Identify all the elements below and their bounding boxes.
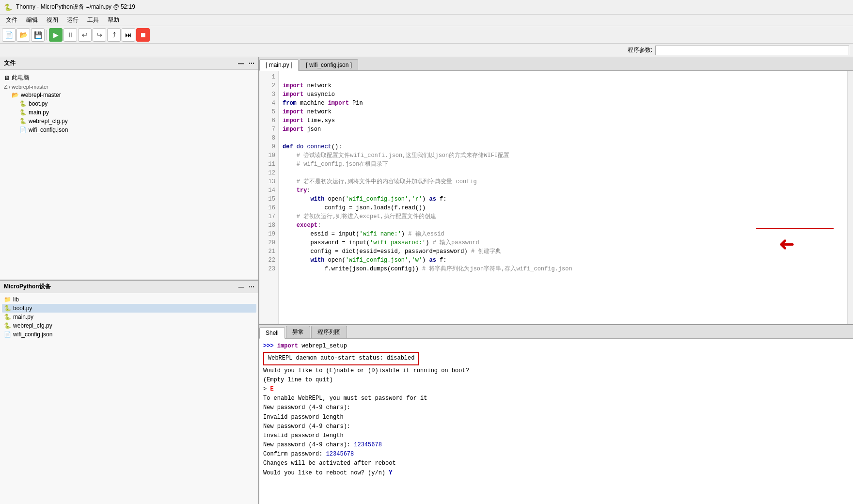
files-path: Z:\ webrepl-master <box>2 83 256 91</box>
toolbar-resume[interactable]: ⏭ <box>122 28 135 42</box>
editor-scrollbar[interactable] <box>847 71 853 324</box>
files-items: 🐍 boot.py 🐍 main.py 🐍 webrepl_cfg.py <box>17 99 256 134</box>
toolbar-run[interactable]: ▶ <box>49 28 63 42</box>
shell-password-1: 12345678 <box>354 441 382 448</box>
device-content: 📁 lib 🐍 boot.py 🐍 main.py 🐍 webrepl_cfg.… <box>0 293 258 504</box>
shell-highlight-box: WebREPL daemon auto-start status: disabl… <box>263 352 419 365</box>
files-header-icons: — ⋯ <box>238 60 254 67</box>
shell-answer-y: Y <box>389 470 392 476</box>
editor-tabs: [ main.py ] [ wifi_config.json ] <box>259 57 853 71</box>
toolbar-step-out[interactable]: ⤴ <box>107 28 121 42</box>
shell-line-2: (Empty line to quit) <box>263 377 333 383</box>
menu-file[interactable]: 文件 <box>2 15 21 25</box>
device-header: MicroPython设备 — ⋯ <box>0 281 258 293</box>
tab-program-map[interactable]: 程序列图 <box>311 326 347 338</box>
tab-wifi-config[interactable]: [ wifi_config.json ] <box>300 59 358 70</box>
shell-line-9: New password (4-9 chars): 12345678 <box>263 441 382 448</box>
tab-exception[interactable]: 异常 <box>286 326 310 338</box>
params-label: 程序参数: <box>628 46 652 54</box>
toolbar-stop[interactable]: ⏹ <box>136 28 150 42</box>
title-bar-text: Thonny - MicroPython设备 =/main.py @ 52:19 <box>16 3 135 11</box>
title-bar: 🐍 Thonny - MicroPython设备 =/main.py @ 52:… <box>0 0 853 15</box>
collapse-icon[interactable]: — <box>238 60 244 67</box>
file-tree-root: 🖥 此电脑 Z:\ webrepl-master 📂 webrepl-maste… <box>2 72 256 135</box>
toolbar-new[interactable]: 📄 <box>2 28 16 42</box>
device-section: MicroPython设备 — ⋯ 📁 lib 🐍 boot.py 🐍 main <box>0 281 258 504</box>
title-bar-icon: 🐍 <box>4 3 12 11</box>
shell-import-keyword: import <box>277 343 298 349</box>
shell-line-5: New password (4-9 chars): <box>263 404 350 411</box>
shell-line-1: Would you like to (E)nable or (D)isable … <box>263 367 469 374</box>
device-title: MicroPython设备 <box>4 283 51 291</box>
shell-prompt-line: >>> import webrepl_setup <box>263 342 849 351</box>
right-panel: [ main.py ] [ wifi_config.json ] 1234567… <box>259 57 853 504</box>
shell-line-7: New password (4-9 chars): <box>263 423 350 430</box>
more-icon[interactable]: ⋯ <box>249 60 254 67</box>
device-boot[interactable]: 🐍 boot.py <box>2 304 256 313</box>
json-icon: 📄 <box>4 331 11 338</box>
device-wifi-config[interactable]: 📄 wifi_config.json <box>2 330 256 339</box>
menu-view[interactable]: 视图 <box>43 15 62 25</box>
device-main[interactable]: 🐍 main.py <box>2 313 256 321</box>
shell-content: >>> import webrepl_setup WebREPL daemon … <box>259 339 853 504</box>
shell-line-11: Changes will be activated after reboot <box>263 460 396 467</box>
menu-edit[interactable]: 编辑 <box>22 15 42 25</box>
toolbar: 📄 📂 💾 ▶ ⏸ ↩ ↪ ⤴ ⏭ ⏹ <box>0 26 853 44</box>
json-icon: 📄 <box>19 126 27 133</box>
code-editor[interactable]: import network import uasyncio from mach… <box>279 71 847 324</box>
editor-area: 1234567891011121314151617181920212223 im… <box>259 71 853 325</box>
shell-line-3: > E <box>263 386 274 393</box>
shell-line-4: To enable WebREPL, you must set password… <box>263 395 427 402</box>
menu-run[interactable]: 运行 <box>63 15 82 25</box>
computer-icon: 🖥 <box>4 75 10 81</box>
file-item-webrepl-cfg[interactable]: 🐍 webrepl_cfg.py <box>17 117 256 126</box>
files-path-label: 🖥 此电脑 <box>2 73 256 83</box>
shell-line-10: Confirm password: 12345678 <box>263 451 354 457</box>
bottom-panel: Shell 异常 程序列图 >>> import webrepl_setup W… <box>259 325 853 504</box>
toolbar-step-into[interactable]: ↪ <box>93 28 106 42</box>
device-more-icon[interactable]: ⋯ <box>249 284 254 290</box>
files-header: 文件 — ⋯ <box>0 57 258 70</box>
device-webrepl-cfg[interactable]: 🐍 webrepl_cfg.py <box>2 321 256 330</box>
files-content: 🖥 此电脑 Z:\ webrepl-master 📂 webrepl-maste… <box>0 70 258 280</box>
files-root-folder[interactable]: 📂 webrepl-master <box>10 91 256 99</box>
device-lib[interactable]: 📁 lib <box>2 295 256 304</box>
folder-open-icon: 📂 <box>12 92 19 98</box>
shell-import-text: webrepl_setup <box>298 343 347 349</box>
shell-line-6: Invalid password length <box>263 414 344 421</box>
toolbar-debug[interactable]: ⏸ <box>63 28 77 42</box>
params-bar: 程序参数: <box>0 44 853 57</box>
main-area: 文件 — ⋯ 🖥 此电脑 Z:\ webrepl-master 📂 webrep… <box>0 57 853 504</box>
files-section: 文件 — ⋯ 🖥 此电脑 Z:\ webrepl-master 📂 webrep… <box>0 57 258 281</box>
device-collapse-icon[interactable]: — <box>238 284 244 290</box>
folder-icon: 📁 <box>4 296 11 303</box>
python-icon: 🐍 <box>4 305 11 312</box>
file-item-wifi-config[interactable]: 📄 wifi_config.json <box>17 126 256 134</box>
python-icon: 🐍 <box>19 100 27 107</box>
files-title: 文件 <box>4 59 16 67</box>
python-icon: 🐍 <box>4 314 11 320</box>
tab-main-py[interactable]: [ main.py ] <box>259 59 299 71</box>
menu-bar: 文件 编辑 视图 运行 工具 帮助 <box>0 15 853 26</box>
bottom-tabs: Shell 异常 程序列图 <box>259 325 853 339</box>
python-icon: 🐍 <box>19 109 27 116</box>
shell-prompt-symbol: >>> <box>263 343 277 349</box>
menu-tools[interactable]: 工具 <box>83 15 103 25</box>
params-input[interactable] <box>655 46 849 55</box>
left-panel: 文件 — ⋯ 🖥 此电脑 Z:\ webrepl-master 📂 webrep… <box>0 57 259 504</box>
tab-shell[interactable]: Shell <box>259 327 285 339</box>
shell-password-2: 12345678 <box>326 451 354 457</box>
toolbar-save[interactable]: 💾 <box>31 28 45 42</box>
file-item-main[interactable]: 🐍 main.py <box>17 108 256 117</box>
python-icon: 🐍 <box>19 118 27 125</box>
file-item-boot[interactable]: 🐍 boot.py <box>17 99 256 108</box>
shell-status-text: WebREPL daemon auto-start status: disabl… <box>268 355 414 362</box>
line-numbers: 1234567891011121314151617181920212223 <box>259 71 279 324</box>
menu-help[interactable]: 帮助 <box>104 15 123 25</box>
shell-line-8: Invalid password length <box>263 432 344 439</box>
shell-line-12: Would you like to reboot now? (y/n) Y <box>263 470 392 476</box>
toolbar-open[interactable]: 📂 <box>16 28 30 42</box>
python-icon: 🐍 <box>4 322 11 329</box>
toolbar-step-over[interactable]: ↩ <box>78 28 92 42</box>
device-header-icons: — ⋯ <box>238 284 254 290</box>
